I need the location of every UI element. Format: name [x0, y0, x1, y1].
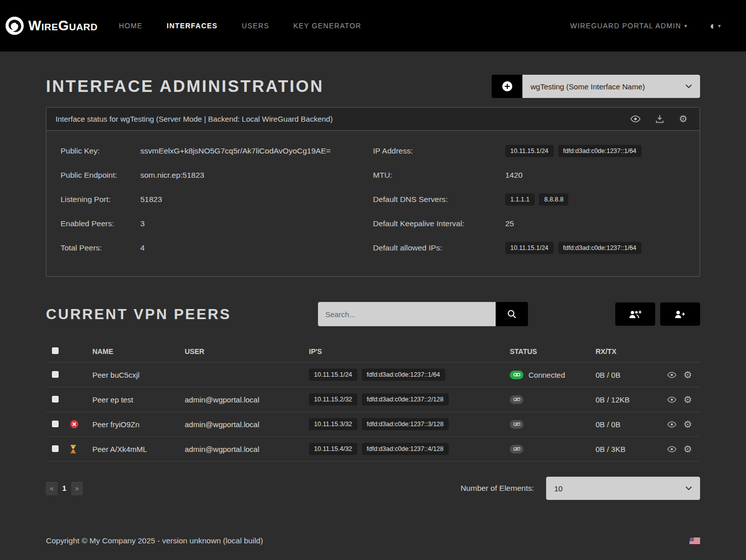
view-interface-config-button[interactable] — [630, 115, 641, 123]
edit-peer-button[interactable]: ⚙ — [683, 420, 692, 429]
chevron-down-icon — [685, 84, 692, 88]
edit-peer-button[interactable]: ⚙ — [683, 444, 692, 454]
edit-peer-button[interactable]: ⚙ — [683, 395, 692, 404]
wireguard-logo-icon — [5, 16, 24, 35]
eye-icon — [667, 421, 676, 428]
elements-count-value: 10 — [554, 484, 563, 493]
view-peer-button[interactable] — [667, 446, 676, 452]
peer-select-checkbox[interactable] — [52, 371, 59, 378]
info-label: Default Keepalive Interval: — [373, 219, 505, 228]
nav-item-key-generator[interactable]: KEY GENERATOR — [293, 22, 361, 30]
info-row: Default Keepalive Interval: 25 — [373, 212, 685, 236]
eye-icon — [630, 115, 641, 123]
table-row: Peer A/Xk4mML admin@wgportal.local 10.11… — [46, 437, 700, 462]
status-connected-icon — [510, 371, 523, 379]
eye-icon — [667, 372, 676, 378]
peer-name: Peer buC5cxjl — [92, 371, 185, 379]
peers-table: NAME USER IP'S STATUS RX/TX Peer buC5cxj… — [46, 340, 700, 462]
public-key-value: ssvmEelxG+k8jsNO5G7cq5r/Ak7liCodAvOyoCg1… — [140, 146, 331, 156]
col-header-name: NAME — [92, 347, 185, 355]
peer-user: admin@wgportal.local — [185, 395, 309, 404]
ip-badge: 10.11.15.1/24 — [505, 145, 554, 157]
enabled-peers-value: 3 — [140, 219, 145, 228]
select-all-checkbox[interactable] — [52, 347, 59, 354]
col-header-status: STATUS — [510, 347, 596, 355]
pagination-next-button[interactable]: » — [71, 482, 83, 495]
peer-name: Peer A/Xk4mML — [92, 445, 185, 453]
info-label: Listening Port: — [61, 195, 140, 204]
view-peer-button[interactable] — [667, 372, 676, 378]
info-row: IP Address: 10.11.15.1/24 fdfd:d3ad:c0de… — [373, 139, 685, 163]
brand[interactable]: WireGuard — [5, 16, 98, 35]
peer-disabled-icon — [70, 420, 78, 428]
theme-toggle-dropdown[interactable]: ◐ ▾ — [710, 20, 721, 32]
peer-ip-badge: 10.11.15.4/32 — [309, 443, 357, 455]
chevron-down-icon: ▾ — [684, 23, 688, 29]
info-label: IP Address: — [373, 146, 505, 156]
chevron-down-icon: ▾ — [718, 23, 721, 29]
table-row: Peer ep test admin@wgportal.local 10.11.… — [46, 387, 700, 412]
peer-ip-badge: fdfd:d3ad:c0de:1237::1/64 — [362, 369, 445, 381]
chevron-down-icon — [685, 486, 692, 490]
search-icon — [507, 310, 516, 319]
add-multiple-peers-button[interactable] — [615, 302, 655, 326]
gear-icon: ⚙ — [683, 395, 692, 404]
col-header-rxtx: RX/TX — [596, 347, 662, 355]
plus-circle-icon — [502, 81, 513, 92]
peer-ip-badge: 10.11.15.1/24 — [309, 369, 357, 381]
info-label: MTU: — [373, 171, 505, 180]
allowed-ip-badge: fdfd:d3ad:c0de:1237::1/64 — [558, 242, 642, 254]
view-peer-button[interactable] — [667, 396, 676, 403]
eye-icon — [667, 396, 676, 403]
listening-port-value: 51823 — [140, 195, 162, 204]
gear-icon: ⚙ — [683, 370, 692, 380]
edit-peer-button[interactable]: ⚙ — [683, 370, 692, 380]
allowed-ip-badge: 10.11.15.1/24 — [505, 242, 554, 254]
info-row: Default DNS Servers: 1.1.1.1 8.8.8.8 — [373, 187, 685, 212]
search-button[interactable] — [496, 302, 528, 326]
peer-rxtx: 0B / 3KB — [596, 445, 662, 453]
page-title: INTERFACE ADMINISTRATION — [46, 77, 324, 96]
page-footer: Copyright © My Company 2025 - version un… — [0, 527, 746, 558]
us-flag-icon[interactable] — [689, 537, 700, 544]
total-peers-value: 4 — [140, 243, 145, 252]
public-endpoint-value: som.nicr.ep:51823 — [140, 171, 204, 180]
peer-expiring-hourglass-icon — [70, 445, 76, 453]
interface-select-value: wgTesting (Some Interface Name) — [530, 82, 645, 91]
pagination-prev-button[interactable]: « — [46, 482, 58, 495]
top-navbar: WireGuard HOME INTERFACES USERS KEY GENE… — [0, 0, 746, 52]
peer-rxtx: 0B / 0B — [596, 371, 662, 379]
peer-rxtx: 0B / 0B — [596, 420, 662, 429]
user-menu-label: WIREGUARD PORTAL ADMIN — [570, 22, 681, 30]
download-interface-config-button[interactable] — [656, 115, 664, 123]
card-header-title: Interface status for wgTesting (Server M… — [56, 115, 333, 123]
nav-item-interfaces[interactable]: INTERFACES — [167, 22, 218, 30]
add-users-icon — [628, 310, 642, 319]
gear-icon: ⚙ — [679, 114, 687, 124]
gear-icon: ⚙ — [683, 444, 692, 454]
user-menu-dropdown[interactable]: WIREGUARD PORTAL ADMIN ▾ — [570, 22, 688, 30]
peer-ip-badge: fdfd:d3ad:c0de:1237::4/128 — [362, 443, 449, 455]
elements-count-select[interactable]: 10 — [546, 477, 700, 500]
nav-item-home[interactable]: HOME — [119, 22, 143, 30]
nav-item-users[interactable]: USERS — [242, 22, 269, 30]
view-peer-button[interactable] — [667, 421, 676, 428]
peer-ip-badge: 10.11.15.3/32 — [309, 418, 357, 430]
peer-select-checkbox[interactable] — [52, 445, 59, 452]
status-disconnected-icon — [510, 445, 523, 453]
add-interface-button[interactable] — [492, 75, 522, 98]
search-input[interactable] — [318, 302, 496, 326]
peers-section-title: CURRENT VPN PEERS — [46, 306, 231, 323]
edit-interface-settings-button[interactable]: ⚙ — [679, 114, 687, 124]
peer-name: Peer fryiO9Zn — [92, 420, 185, 429]
add-peer-button[interactable] — [660, 302, 700, 326]
col-header-ips: IP'S — [309, 347, 510, 355]
peer-select-checkbox[interactable] — [52, 421, 59, 427]
info-row: MTU: 1420 — [373, 163, 685, 187]
mtu-value: 1420 — [505, 171, 522, 180]
pagination-page-1[interactable]: 1 — [59, 482, 70, 495]
copyright-text: Copyright © My Company 2025 - version un… — [46, 536, 263, 545]
interface-select[interactable]: wgTesting (Some Interface Name) — [522, 75, 700, 98]
download-icon — [656, 115, 664, 123]
peer-select-checkbox[interactable] — [52, 396, 59, 402]
